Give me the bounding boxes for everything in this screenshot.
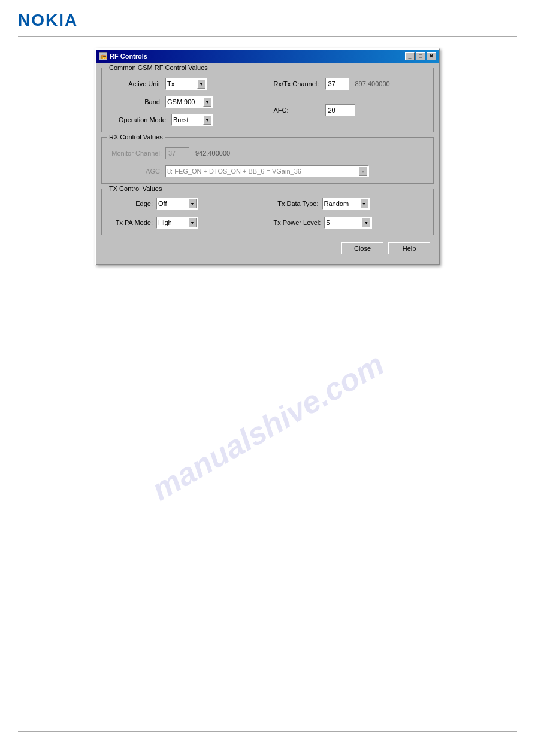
afc-row: AFC: 20	[274, 104, 428, 116]
rxtx-freq: 897.400000	[355, 80, 390, 87]
band-label: Band:	[108, 98, 162, 105]
band-value: GSM 900	[167, 98, 195, 105]
maximize-button[interactable]: □	[416, 52, 425, 60]
common-left-col: Active Unit: Tx ▼ Band: GSM 900	[108, 72, 262, 126]
tx-pa-mode-cell: Tx PA Mode: High ▼	[108, 217, 262, 229]
tx-data-type-value: Random	[324, 200, 349, 207]
common-two-col: Active Unit: Tx ▼ Band: GSM 900	[108, 72, 427, 126]
operation-mode-value: Burst	[173, 116, 189, 123]
title-bar-left: 📻 RF Controls	[99, 52, 147, 60]
common-gsm-group-label: Common GSM RF Control Values	[107, 64, 210, 71]
monitor-channel-input: 37	[165, 147, 189, 159]
band-select[interactable]: GSM 900 ▼	[165, 96, 213, 108]
monitor-freq: 942.400000	[195, 150, 230, 157]
active-unit-label: Active Unit:	[108, 80, 162, 87]
tx-data-type-select[interactable]: Random ▼	[322, 198, 370, 210]
close-dialog-button[interactable]: Close	[341, 242, 383, 254]
button-bar: Close Help	[101, 240, 434, 259]
rx-group-label: RX Control Values	[107, 133, 165, 141]
agc-row: AGC: 8: FEG_ON + DTOS_ON + BB_6 = VGain_…	[108, 165, 427, 177]
tx-pa-mode-arrow[interactable]: ▼	[188, 218, 197, 227]
nokia-logo: NOKIA	[18, 11, 517, 30]
afc-label: AFC:	[274, 107, 322, 114]
agc-arrow[interactable]: ▼	[359, 166, 367, 176]
operation-mode-arrow[interactable]: ▼	[203, 115, 211, 125]
band-row: Band: GSM 900 ▼	[108, 96, 262, 108]
edge-select[interactable]: Off ▼	[156, 198, 198, 210]
afc-input[interactable]: 20	[325, 104, 355, 116]
active-unit-select[interactable]: Tx ▼	[165, 78, 207, 90]
close-button[interactable]: ✕	[427, 52, 436, 60]
rxtx-channel-label: Rx/Tx Channel:	[274, 80, 322, 87]
title-bar: 📻 RF Controls _ □ ✕	[96, 50, 439, 63]
edge-label: Edge:	[108, 200, 153, 207]
monitor-channel-row: Monitor Channel: 37 942.400000	[108, 147, 427, 159]
tx-group-label: TX Control Values	[107, 185, 164, 192]
rf-controls-dialog: 📻 RF Controls _ □ ✕ Common GSM RF Contro…	[95, 48, 440, 265]
active-unit-value: Tx	[167, 80, 174, 87]
tx-data-type-cell: Tx Data Type: Random ▼	[274, 198, 428, 210]
rxtx-channel-row: Rx/Tx Channel: 37 897.400000	[274, 78, 428, 90]
page-wrapper: NOKIA 📻 RF Controls _ □ ✕	[0, 0, 535, 756]
tx-control-group: TX Control Values Edge: Off ▼ Tx	[101, 189, 434, 235]
agc-label: AGC:	[108, 168, 162, 175]
tx-two-col: Edge: Off ▼ Tx Data Type: Random ▼	[108, 193, 427, 229]
help-button[interactable]: Help	[388, 242, 430, 254]
tx-pa-mode-select[interactable]: High ▼	[156, 217, 198, 229]
rx-control-group: RX Control Values Monitor Channel: 37 94…	[101, 137, 434, 184]
monitor-channel-label: Monitor Channel:	[108, 150, 162, 157]
tx-power-level-label: Tx Power Level:	[274, 219, 321, 226]
operation-mode-select[interactable]: Burst ▼	[171, 114, 213, 126]
footer-divider	[18, 731, 517, 732]
active-unit-arrow[interactable]: ▼	[197, 79, 205, 89]
tx-data-type-label: Tx Data Type:	[274, 200, 319, 207]
nokia-header: NOKIA	[0, 0, 535, 36]
watermark: manualshive.com	[146, 346, 390, 508]
tx-power-level-value: 5	[326, 219, 330, 226]
tx-power-level-cell: Tx Power Level: 5 ▼	[274, 217, 428, 229]
title-bar-buttons: _ □ ✕	[405, 52, 436, 60]
tx-power-level-arrow[interactable]: ▼	[362, 218, 370, 227]
common-gsm-group: Common GSM RF Control Values Active Unit…	[101, 68, 434, 132]
agc-value: 8: FEG_ON + DTOS_ON + BB_6 = VGain_36	[167, 168, 301, 175]
operation-mode-label: Operation Mode:	[108, 116, 168, 123]
common-right-col: Rx/Tx Channel: 37 897.400000 AFC: 2	[274, 72, 428, 126]
dialog-icon: 📻	[99, 52, 107, 60]
dialog-body: Common GSM RF Control Values Active Unit…	[96, 63, 439, 264]
agc-select[interactable]: 8: FEG_ON + DTOS_ON + BB_6 = VGain_36 ▼	[165, 165, 369, 177]
content-area: 📻 RF Controls _ □ ✕ Common GSM RF Contro…	[0, 37, 535, 277]
band-arrow[interactable]: ▼	[203, 97, 211, 107]
edge-cell: Edge: Off ▼	[108, 198, 262, 210]
minimize-button[interactable]: _	[405, 52, 415, 60]
tx-pa-mode-label: Tx PA Mode:	[108, 219, 153, 226]
edge-value: Off	[158, 200, 167, 207]
edge-arrow[interactable]: ▼	[188, 199, 197, 208]
tx-pa-mode-value: High	[158, 219, 172, 226]
rxtx-channel-input[interactable]: 37	[325, 78, 349, 90]
active-unit-row: Active Unit: Tx ▼	[108, 78, 262, 90]
dialog-title: RF Controls	[110, 53, 147, 60]
operation-mode-row: Operation Mode: Burst ▼	[108, 114, 262, 126]
tx-data-type-arrow[interactable]: ▼	[360, 199, 368, 208]
tx-power-level-select[interactable]: 5 ▼	[324, 217, 372, 229]
